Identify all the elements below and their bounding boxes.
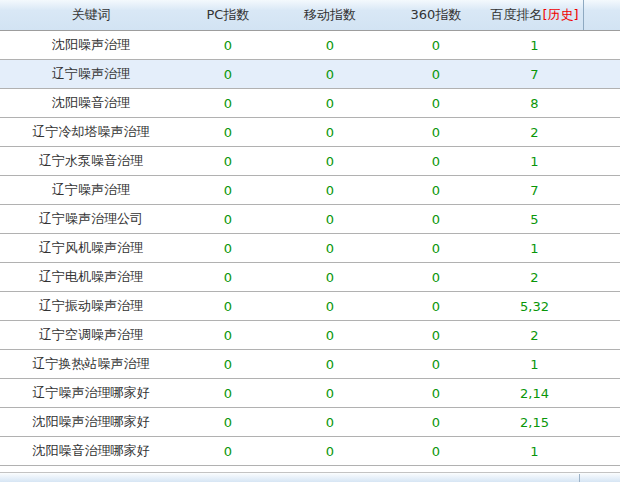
- mobile-index-cell: 0: [274, 38, 386, 53]
- pc-index-cell: 0: [182, 357, 274, 372]
- pc-index-cell: 0: [182, 444, 274, 459]
- index-360-cell: 0: [386, 67, 486, 82]
- pc-index-cell: 0: [182, 154, 274, 169]
- row-extra-cell: [583, 408, 620, 436]
- index-360-cell: 0: [386, 270, 486, 285]
- table-row[interactable]: 辽宁噪声治理公司0005: [0, 205, 620, 234]
- index-360-cell: 0: [386, 328, 486, 343]
- keyword-cell: 辽宁空调噪声治理: [0, 326, 182, 344]
- table-row[interactable]: 辽宁电机噪声治理0002: [0, 263, 620, 292]
- index-360-cell: 0: [386, 241, 486, 256]
- table-row[interactable]: 辽宁振动噪声治理0005,32: [0, 292, 620, 321]
- table-row[interactable]: 沈阳噪声治理0001: [0, 31, 620, 60]
- row-extra-cell: [583, 176, 620, 204]
- mobile-index-cell: 0: [274, 96, 386, 111]
- pc-index-cell: 0: [182, 270, 274, 285]
- mobile-index-cell: 0: [274, 241, 386, 256]
- table-row[interactable]: 沈阳噪声治理哪家好0002,15: [0, 408, 620, 437]
- index-360-cell: 0: [386, 415, 486, 430]
- index-360-cell: 0: [386, 357, 486, 372]
- keyword-cell: 辽宁噪声治理: [0, 65, 182, 83]
- keyword-cell: 辽宁噪声治理公司: [0, 210, 182, 228]
- column-header-mobile-index: 移动指数: [274, 6, 386, 24]
- row-extra-cell: [583, 437, 620, 465]
- baidu-rank-cell: 1: [486, 357, 583, 372]
- baidu-rank-cell: 5,32: [486, 299, 583, 314]
- baidu-rank-cell: 1: [486, 241, 583, 256]
- keyword-cell: 沈阳噪声治理: [0, 36, 182, 54]
- mobile-index-cell: 0: [274, 357, 386, 372]
- baidu-rank-cell: 1: [486, 444, 583, 459]
- keyword-cell: 沈阳噪音治理: [0, 94, 182, 112]
- header-extra-cell: [583, 0, 620, 30]
- baidu-rank-cell: 2: [486, 270, 583, 285]
- table-row[interactable]: 辽宁噪声治理0007: [0, 60, 620, 89]
- baidu-rank-cell: 1: [486, 38, 583, 53]
- mobile-index-cell: 0: [274, 299, 386, 314]
- pc-index-cell: 0: [182, 38, 274, 53]
- keyword-ranking-panel: 关键词 PC指数 移动指数 360指数 百度排名[历史] 沈阳噪声治理0001辽…: [0, 0, 620, 482]
- baidu-rank-cell: 2: [486, 125, 583, 140]
- keyword-cell: 沈阳噪声治理哪家好: [0, 413, 182, 431]
- keyword-cell: 辽宁噪声治理哪家好: [0, 384, 182, 402]
- index-360-cell: 0: [386, 154, 486, 169]
- table-row[interactable]: 辽宁水泵噪音治理0001: [0, 147, 620, 176]
- secondary-header-bar: [0, 472, 620, 482]
- table-body: 沈阳噪声治理0001辽宁噪声治理0007沈阳噪音治理0008辽宁冷却塔噪声治理0…: [0, 31, 620, 466]
- table-row[interactable]: 沈阳噪音治理0008: [0, 89, 620, 118]
- baidu-rank-cell: 7: [486, 183, 583, 198]
- table-row[interactable]: 沈阳噪音治理哪家好0001: [0, 437, 620, 466]
- column-header-baidu-rank: 百度排名[历史]: [486, 6, 583, 24]
- index-360-cell: 0: [386, 212, 486, 227]
- keyword-cell: 辽宁电机噪声治理: [0, 268, 182, 286]
- index-360-cell: 0: [386, 299, 486, 314]
- mobile-index-cell: 0: [274, 328, 386, 343]
- mobile-index-cell: 0: [274, 125, 386, 140]
- baidu-rank-label: 百度排名: [490, 7, 542, 22]
- baidu-rank-cell: 2,14: [486, 386, 583, 401]
- history-link[interactable]: [历史]: [542, 7, 578, 22]
- secondary-bar-divider: [579, 474, 580, 482]
- pc-index-cell: 0: [182, 299, 274, 314]
- baidu-rank-cell: 2,15: [486, 415, 583, 430]
- table-row[interactable]: 辽宁换热站噪声治理0001: [0, 350, 620, 379]
- keyword-cell: 辽宁水泵噪音治理: [0, 152, 182, 170]
- index-360-cell: 0: [386, 96, 486, 111]
- row-extra-cell: [583, 234, 620, 262]
- keyword-cell: 辽宁振动噪声治理: [0, 297, 182, 315]
- column-header-360-index: 360指数: [386, 6, 486, 24]
- pc-index-cell: 0: [182, 212, 274, 227]
- keyword-cell: 辽宁噪声治理: [0, 181, 182, 199]
- baidu-rank-cell: 2: [486, 328, 583, 343]
- table-row[interactable]: 辽宁风机噪声治理0001: [0, 234, 620, 263]
- row-extra-cell: [583, 89, 620, 117]
- mobile-index-cell: 0: [274, 386, 386, 401]
- baidu-rank-cell: 7: [486, 67, 583, 82]
- mobile-index-cell: 0: [274, 415, 386, 430]
- table-row[interactable]: 辽宁噪声治理哪家好0002,14: [0, 379, 620, 408]
- row-extra-cell: [583, 147, 620, 175]
- column-header-keyword: 关键词: [0, 6, 182, 24]
- pc-index-cell: 0: [182, 241, 274, 256]
- pc-index-cell: 0: [182, 386, 274, 401]
- table-row[interactable]: 辽宁噪声治理0007: [0, 176, 620, 205]
- pc-index-cell: 0: [182, 415, 274, 430]
- row-extra-cell: [583, 31, 620, 59]
- index-360-cell: 0: [386, 183, 486, 198]
- row-extra-cell: [583, 350, 620, 378]
- mobile-index-cell: 0: [274, 183, 386, 198]
- table-row[interactable]: 辽宁空调噪声治理0002: [0, 321, 620, 350]
- keyword-cell: 沈阳噪音治理哪家好: [0, 442, 182, 460]
- index-360-cell: 0: [386, 386, 486, 401]
- column-header-pc-index: PC指数: [182, 6, 274, 24]
- pc-index-cell: 0: [182, 328, 274, 343]
- row-extra-cell: [583, 263, 620, 291]
- mobile-index-cell: 0: [274, 67, 386, 82]
- mobile-index-cell: 0: [274, 154, 386, 169]
- index-360-cell: 0: [386, 125, 486, 140]
- row-extra-cell: [583, 379, 620, 407]
- mobile-index-cell: 0: [274, 270, 386, 285]
- table-row[interactable]: 辽宁冷却塔噪声治理0002: [0, 118, 620, 147]
- row-extra-cell: [583, 60, 620, 88]
- pc-index-cell: 0: [182, 67, 274, 82]
